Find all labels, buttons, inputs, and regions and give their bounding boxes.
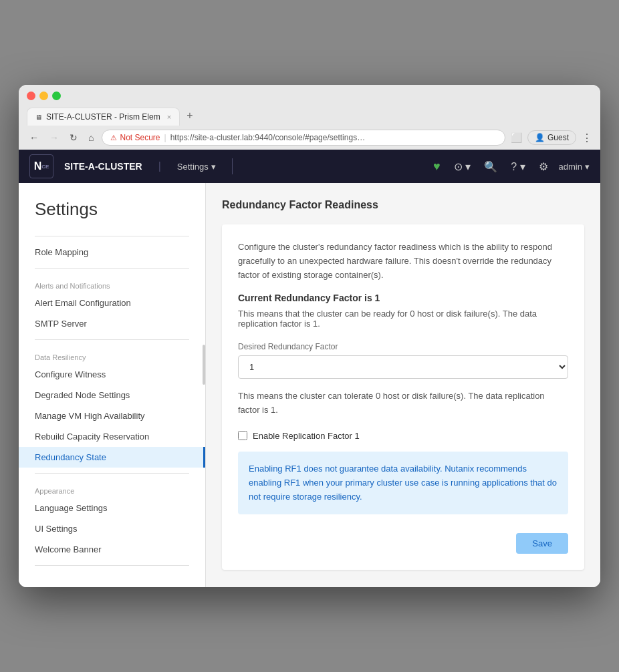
sidebar-divider-1	[35, 236, 189, 236]
nav-divider: |	[158, 160, 161, 172]
search-button[interactable]: 🔍	[481, 158, 500, 176]
user-icon: 👤	[535, 133, 545, 142]
data-resiliency-section-label: Data Resiliency	[19, 345, 205, 364]
nav-sep-1	[232, 158, 233, 174]
rf1-info-box: Enabling RF1 does not guarantee data ava…	[238, 452, 568, 514]
alerts-section-label: Alerts and Notifications	[19, 274, 205, 293]
save-button[interactable]: Save	[516, 533, 568, 554]
sidebar-item-language[interactable]: Language Settings	[19, 498, 205, 518]
sidebar-item-rebuild-capacity[interactable]: Rebuild Capacity Reservation	[19, 426, 205, 447]
tab-close-button[interactable]: ×	[167, 113, 171, 121]
user-arrow: ▾	[585, 162, 590, 172]
sidebar-item-redundancy-state[interactable]: Redundancy State	[19, 447, 205, 468]
browser-tab[interactable]: 🖥 SITE-A-CLUSTER - Prism Elem ×	[27, 108, 180, 126]
heart-icon: ♥	[433, 160, 441, 173]
appearance-section-label: Appearance	[19, 479, 205, 498]
settings-gear-button[interactable]: ⚙	[536, 158, 551, 176]
sidebar-divider-3	[35, 339, 189, 340]
top-nav: N CE SITE-A-CLUSTER | Settings ▾ ♥ ⊙ ▾ 🔍…	[19, 150, 600, 183]
redundancy-factor-card: Configure the cluster's redundancy facto…	[222, 224, 584, 570]
logo-ce: CE	[41, 164, 49, 170]
sidebar-divider-5	[35, 565, 189, 566]
logo-area: N CE	[29, 154, 53, 178]
settings-nav-arrow: ▾	[211, 162, 216, 172]
sidebar-divider-4	[35, 473, 189, 474]
new-tab-button[interactable]: +	[180, 106, 199, 126]
maximize-dot[interactable]	[52, 92, 61, 100]
current-factor-desc: This means that the cluster can be ready…	[238, 309, 568, 329]
cluster-status-button[interactable]: ⊙ ▾	[451, 158, 473, 176]
content-area: Redundancy Factor Readiness Configure th…	[206, 183, 600, 587]
close-dot[interactable]	[27, 92, 35, 100]
main-layout: Settings Role Mapping Alerts and Notific…	[19, 183, 600, 587]
cluster-name: SITE-A-CLUSTER	[64, 161, 142, 172]
rf1-info-text: Enabling RF1 does not guarantee data ava…	[249, 464, 557, 502]
sidebar-title: Settings	[19, 199, 205, 230]
sidebar-item-alert-email[interactable]: Alert Email Configuration	[19, 293, 205, 313]
sidebar-item-welcome-banner[interactable]: Welcome Banner	[19, 539, 205, 560]
tab-favicon: 🖥	[35, 114, 42, 121]
sidebar-item-ui-settings[interactable]: UI Settings	[19, 518, 205, 539]
home-button[interactable]: ⌂	[86, 131, 96, 144]
replication-factor-row: Enable Replication Factor 1	[238, 431, 568, 441]
logo-box: N CE	[29, 154, 53, 178]
description-text: Configure the cluster's redundancy facto…	[238, 240, 568, 282]
settings-nav-dropdown[interactable]: Settings ▾	[177, 162, 216, 172]
tab-label: SITE-A-CLUSTER - Prism Elem	[46, 112, 160, 122]
app-container: N CE SITE-A-CLUSTER | Settings ▾ ♥ ⊙ ▾ 🔍…	[19, 150, 600, 587]
logo-letter: N	[34, 160, 42, 172]
guest-label: Guest	[547, 133, 569, 142]
sidebar: Settings Role Mapping Alerts and Notific…	[19, 183, 206, 587]
reload-button[interactable]: ↻	[67, 131, 80, 144]
guest-button[interactable]: 👤 Guest	[527, 130, 576, 145]
cast-button[interactable]: ⬜	[511, 132, 522, 143]
page-title: Redundancy Factor Readiness	[222, 199, 584, 211]
warning-icon: ⚠	[110, 134, 117, 142]
address-bar-row: ← → ↻ ⌂ ⚠ Not Secure | https://site-a-cl…	[19, 126, 600, 150]
address-bar[interactable]: ⚠ Not Secure | https://site-a-cluster.la…	[102, 130, 505, 146]
user-label: admin	[559, 162, 582, 172]
browser-menu-button[interactable]: ⋮	[582, 132, 592, 144]
enable-rf1-label[interactable]: Enable Replication Factor 1	[253, 431, 360, 441]
sidebar-scroll-indicator	[203, 345, 205, 385]
card-actions: Save	[238, 528, 568, 554]
url-display: https://site-a-cluster.lab:9440/console/…	[170, 133, 366, 142]
enable-rf1-checkbox[interactable]	[238, 431, 247, 440]
address-bar-actions: ⬜ 👤 Guest ⋮	[511, 130, 592, 145]
nav-icons: ♥ ⊙ ▾ 🔍 ? ▾ ⚙ admin ▾	[430, 157, 590, 176]
sidebar-item-smtp[interactable]: SMTP Server	[19, 313, 205, 334]
sidebar-divider-2	[35, 268, 189, 269]
sidebar-item-configure-witness[interactable]: Configure Witness	[19, 364, 205, 385]
not-secure-label: Not Secure	[120, 133, 160, 142]
desired-factor-label: Desired Redundancy Factor	[238, 342, 568, 351]
health-icon-button[interactable]: ♥	[430, 157, 443, 176]
forward-button[interactable]: →	[47, 131, 61, 144]
minimize-dot[interactable]	[39, 92, 48, 100]
desired-factor-select[interactable]: 1 2	[238, 355, 568, 379]
not-secure-indicator: ⚠ Not Secure	[110, 133, 160, 142]
current-factor-label: Current Redundancy Factor is 1	[238, 293, 568, 303]
tolerate-text: This means the cluster can tolerate 0 ho…	[238, 389, 568, 417]
user-menu[interactable]: admin ▾	[559, 162, 590, 172]
back-button[interactable]: ←	[27, 131, 41, 144]
sidebar-item-degraded-node[interactable]: Degraded Node Settings	[19, 385, 205, 405]
help-button[interactable]: ? ▾	[508, 158, 527, 176]
sidebar-item-role-mapping[interactable]: Role Mapping	[19, 242, 205, 263]
url-separator: |	[164, 133, 166, 142]
sidebar-item-manage-vm[interactable]: Manage VM High Availability	[19, 405, 205, 426]
settings-nav-label: Settings	[177, 162, 209, 172]
